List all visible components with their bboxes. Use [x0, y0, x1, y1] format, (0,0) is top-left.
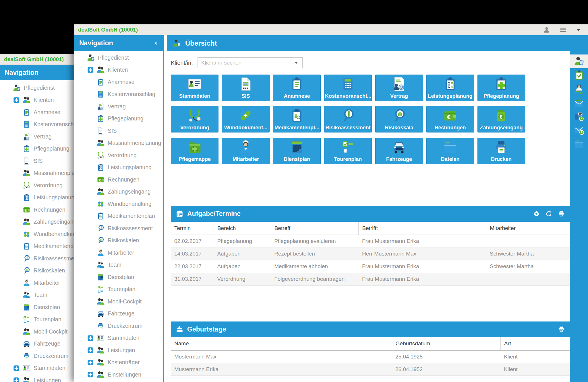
gear-icon[interactable]	[533, 210, 540, 217]
table-row[interactable]: Mustermann Erika26.04.1952Klient	[171, 363, 570, 376]
nav-item-pflegedienst[interactable]: Pflegedienst	[74, 52, 163, 64]
nav-item-wundbehandlung[interactable]: Wundbehandlung	[74, 198, 163, 210]
printer-white-icon[interactable]	[558, 326, 565, 333]
nav-item-risikoskalen[interactable]: Risikoskalen	[74, 235, 163, 247]
nav-item-medikamentenplan[interactable]: Medikamentenplan	[0, 240, 74, 253]
column-header-art[interactable]: Art	[500, 337, 570, 350]
nav-item-klienten[interactable]: Klienten	[74, 64, 163, 76]
toolbar-item-person-sync[interactable]	[570, 82, 588, 96]
client-search-input[interactable]	[201, 60, 294, 66]
tile-mitarbeiter[interactable]: Mitarbeiter	[222, 138, 270, 164]
nav-item-druckzentrum[interactable]: Druckzentrum	[0, 350, 74, 362]
toolbar-item-envelope-clock[interactable]	[570, 123, 588, 137]
nav-item-stammdaten[interactable]: Stammdaten	[74, 332, 163, 344]
nav-item-verordnung[interactable]: Verordnung	[74, 149, 163, 161]
tile-medikamentenpl[interactable]: Medikamentenpl...	[273, 106, 321, 132]
nav-item-kostentr-ger[interactable]: Kostenträger	[74, 356, 163, 369]
tile-stammdaten[interactable]: Stammdaten	[171, 75, 218, 101]
nav-item-zahlungseingang[interactable]: Zahlungseingang	[74, 186, 163, 198]
nav-item-massnahmenplanung[interactable]: Massnahmenplanung	[0, 167, 74, 180]
column-header-bereich[interactable]: Bereich	[214, 222, 271, 235]
tile-dienstplan[interactable]: Dienstplan	[273, 138, 321, 164]
toolbar-item-folder[interactable]	[570, 137, 588, 151]
table-row[interactable]: 31.03.2017VerordnungFolgeverordnung bean…	[171, 273, 570, 285]
nav-item-kostenvoranschlag[interactable]: Kostenvoranschlag	[0, 118, 74, 131]
nav-item-mobil-cockpit[interactable]: Mobil-Cockpit	[0, 326, 74, 338]
nav-item-mitarbeiter[interactable]: Mitarbeiter	[0, 277, 74, 289]
collapse-chevron-left-icon[interactable]	[153, 41, 158, 46]
user-icon[interactable]	[543, 26, 550, 33]
nav-item-pflegeplanung[interactable]: Pflegeplanung	[74, 113, 163, 125]
toolbar-item-person-clipboard[interactable]	[570, 54, 588, 68]
tile-zahlungseingang[interactable]: €Zahlungseingang	[477, 106, 525, 132]
nav-item-pflegedienst[interactable]: Pflegedienst	[0, 82, 74, 94]
nav-item-wundbehandlung[interactable]: Wundbehandlung	[0, 228, 74, 240]
tile-rechnungen[interactable]: €Rechnungen	[426, 106, 474, 132]
nav-item-team[interactable]: Team	[0, 289, 74, 301]
column-header-termin[interactable]: Termin	[171, 222, 214, 235]
toolbar-item-clipboard-check2[interactable]	[570, 68, 588, 82]
nav-item-tourenplan[interactable]: Tourenplan	[74, 283, 163, 296]
nav-item-sis[interactable]: SIS	[74, 125, 163, 137]
tile-wunddokument[interactable]: Wunddokument...	[222, 106, 270, 132]
nav-item-leistungsplanung[interactable]: Leistungsplanung	[74, 161, 163, 174]
printer-white-icon[interactable]	[558, 210, 565, 217]
nav-item-mobil-cockpit[interactable]: Mobil-Cockpit	[74, 295, 163, 308]
nav-item-risikoassessment[interactable]: Risikoassessment	[0, 252, 74, 265]
tile-kostenvoranschl[interactable]: Kostenvoranschl...	[324, 75, 372, 101]
tile-pflegemappe[interactable]: Pflegemappe	[171, 138, 218, 164]
nav-item-mitarbeiter[interactable]: Mitarbeiter	[74, 247, 163, 259]
toolbar-item-envelope[interactable]	[570, 96, 588, 110]
tile-dateien[interactable]: Dateien	[426, 138, 474, 164]
tile-verordnung[interactable]: Verordnung	[171, 106, 218, 132]
nav-item-sis[interactable]: SIS	[0, 155, 74, 167]
nav-item-anamnese[interactable]: Anamnese	[74, 76, 163, 88]
combobox-caret-down-icon[interactable]	[294, 60, 299, 65]
column-header-betreff[interactable]: Betreff	[271, 222, 359, 235]
nav-item-anamnese[interactable]: Anamnese	[0, 106, 74, 118]
nav-item-dienstplan[interactable]: Dienstplan	[0, 301, 74, 313]
nav-item-kostenvoranschlag[interactable]: Kostenvoranschlag	[74, 88, 163, 101]
nav-item-rechnungen[interactable]: €Rechnungen	[74, 174, 163, 186]
nav-item-pflegeplanung[interactable]: Pflegeplanung	[0, 143, 74, 155]
tile-leistungsplanung[interactable]: Leistungsplanung	[426, 75, 474, 101]
tile-tourenplan[interactable]: Tourenplan	[324, 138, 372, 164]
nav-item-risikoassessment[interactable]: Risikoassessment	[74, 222, 163, 235]
nav-item-leistungen[interactable]: Leistungen	[0, 374, 74, 382]
nav-item-zahlungseingang[interactable]: Zahlungseingang	[0, 216, 74, 228]
column-header-mitarbeiter[interactable]: Mitarbeiter	[486, 222, 570, 235]
nav-item-team[interactable]: Team	[74, 259, 163, 271]
column-header-geburtsdatum[interactable]: Geburtsdatum	[392, 337, 500, 350]
nav-item-dienstplan[interactable]: Dienstplan	[74, 271, 163, 283]
nav-item-leistungen[interactable]: Leistungen	[74, 344, 163, 356]
nav-item-vertrag[interactable]: Vertrag	[0, 130, 74, 143]
nav-item-tourenplan[interactable]: Tourenplan	[0, 313, 74, 326]
table-row[interactable]: 22.03.2017AufgabenMedikamente abholenFra…	[171, 260, 570, 273]
tile-pflegeplanung[interactable]: Pflegeplanung	[477, 75, 525, 101]
client-search-combobox[interactable]	[198, 57, 303, 68]
toolbar-item-fax-clock[interactable]	[570, 110, 588, 123]
nav-item-druckzentrum[interactable]: Druckzentrum	[74, 320, 163, 332]
table-row[interactable]: 14.03.2017AufgabenRezept bestellenHerr M…	[171, 247, 570, 260]
nav-item-fahrzeuge[interactable]: Fahrzeuge	[74, 308, 163, 320]
table-row[interactable]: 02.02.2017PflegeplanungPflegeplanung eva…	[171, 235, 570, 247]
nav-item-fahrzeuge[interactable]: Fahrzeuge	[0, 338, 74, 350]
tile-sis[interactable]: SIS	[222, 75, 270, 101]
tile-vertrag[interactable]: Vertrag	[375, 75, 423, 101]
nav-item-klienten[interactable]: Klienten	[0, 94, 74, 106]
column-header-name[interactable]: Name	[171, 337, 392, 350]
nav-item-einstellungen[interactable]: Einstellungen	[74, 369, 163, 381]
table-row[interactable]: Mustermann Max25.04.1925Klient	[171, 350, 570, 363]
nav-item-stammdaten[interactable]: Stammdaten	[0, 362, 74, 375]
tile-risikoskala[interactable]: Risikoskala	[375, 106, 423, 132]
caret-down-icon[interactable]	[576, 27, 581, 32]
nav-item-vertrag[interactable]: Vertrag	[74, 100, 163, 113]
nav-item-medikamentenplan[interactable]: Medikamentenplan	[74, 210, 163, 223]
menu-icon[interactable]	[559, 26, 567, 34]
tile-fahrzeuge[interactable]: Fahrzeuge	[375, 138, 423, 164]
nav-item-risikoskalen[interactable]: Risikoskalen	[0, 265, 74, 277]
tile-drucken[interactable]: Drucken	[477, 138, 525, 164]
nav-item-massnahmenplanung[interactable]: Massnahmenplanung	[74, 137, 163, 149]
nav-item-leistungsplanung[interactable]: Leistungsplanung	[0, 192, 74, 204]
tile-risikoassessment[interactable]: Risikoassessment	[324, 106, 372, 132]
